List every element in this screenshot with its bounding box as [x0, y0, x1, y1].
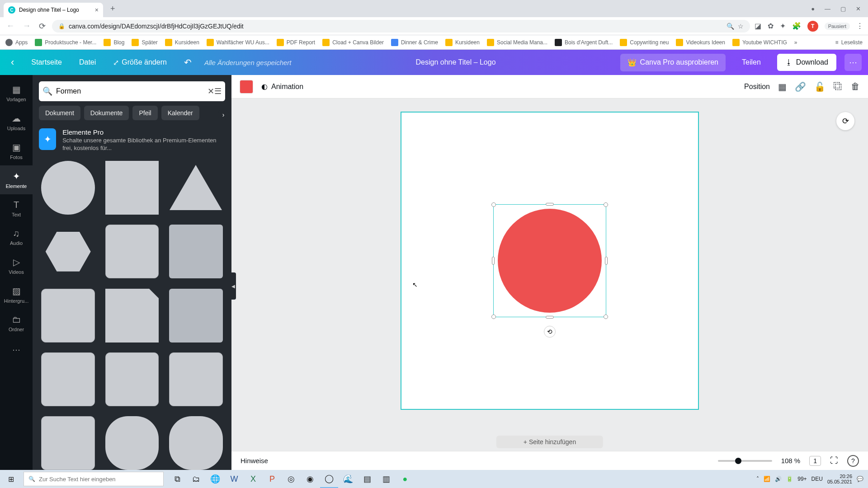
stage[interactable]: ⟲ ⟳ + Seite hinzufügen ↖	[231, 99, 868, 451]
shape-folded-corner[interactable]	[103, 286, 161, 344]
more-menu-icon[interactable]: ⋯	[844, 54, 862, 71]
shape-hexagon[interactable]	[39, 222, 97, 281]
shape-pill[interactable]	[103, 414, 161, 470]
bookmark-item[interactable]: Kursideen	[445, 39, 480, 46]
search-input[interactable]	[52, 87, 208, 95]
resize-handle-tr[interactable]	[604, 202, 608, 207]
obs-icon[interactable]: ◉	[301, 470, 319, 488]
nav-background[interactable]: ▨Hintergru...	[0, 280, 33, 309]
notepad-icon[interactable]: ▥	[377, 470, 395, 488]
selection-box[interactable]: ⟲	[493, 204, 606, 317]
zoom-value[interactable]: 108 %	[781, 457, 801, 465]
add-page-button[interactable]: + Seite hinzufügen	[496, 436, 603, 448]
shape-rounded-square-2[interactable]	[167, 222, 225, 281]
zoom-slider[interactable]	[718, 460, 772, 462]
shape-circle[interactable]	[39, 159, 97, 217]
bookmark-item[interactable]: Copywriting neu	[620, 39, 669, 46]
zoom-indicator-icon[interactable]: 🔍	[726, 23, 734, 30]
shape-card-4[interactable]	[103, 350, 161, 408]
maximize-icon[interactable]: ▢	[840, 5, 846, 12]
new-tab-button[interactable]: +	[107, 4, 119, 14]
fullscreen-icon[interactable]: ⛶	[830, 456, 838, 465]
shape-square[interactable]	[103, 159, 161, 217]
keyboard-lang[interactable]: DEU	[811, 476, 823, 482]
clear-search-icon[interactable]: ✕	[208, 86, 214, 96]
page-indicator[interactable]: 1	[809, 456, 821, 466]
download-button[interactable]: ⭳Download	[777, 54, 836, 71]
shape-card-5[interactable]	[167, 350, 225, 408]
shape-card-2[interactable]	[167, 286, 225, 344]
back-home-icon[interactable]: ‹	[6, 54, 19, 71]
nav-uploads[interactable]: ☁Uploads	[0, 108, 33, 136]
animation-button[interactable]: ◐Animation	[261, 82, 303, 91]
wifi-icon[interactable]: 📶	[764, 476, 770, 482]
share-button[interactable]: Teilen	[734, 54, 769, 71]
chip-pfeil[interactable]: Pfeil	[132, 106, 157, 120]
nav-templates[interactable]: ▦Vorlagen	[0, 79, 33, 108]
app-icon[interactable]: ◎	[282, 470, 300, 488]
nav-more-icon[interactable]: ⋯	[0, 339, 33, 360]
shape-rounded-square[interactable]	[103, 222, 161, 281]
zoom-slider-knob[interactable]	[735, 458, 741, 464]
nav-folders[interactable]: 🗀Ordner	[0, 309, 33, 338]
bookmark-item[interactable]: Später	[132, 39, 157, 46]
bookmark-item[interactable]: PDF Report	[277, 39, 315, 46]
forward-icon[interactable]: →	[21, 19, 33, 33]
profile-avatar[interactable]: T	[807, 21, 818, 32]
position-button[interactable]: Position	[744, 83, 770, 91]
help-icon[interactable]: ?	[847, 455, 859, 467]
excel-icon[interactable]: X	[244, 470, 262, 488]
file-menu[interactable]: Datei	[75, 56, 100, 69]
shape-card[interactable]	[39, 286, 97, 344]
resize-handle-tl[interactable]	[491, 202, 496, 207]
shape-pill-2[interactable]	[167, 414, 225, 470]
start-button[interactable]: ⊞	[0, 475, 22, 483]
shape-card-3[interactable]	[39, 350, 97, 408]
reading-list[interactable]: ≡Leseliste	[835, 39, 863, 46]
filter-icon[interactable]: ☰	[214, 86, 222, 96]
tray-up-icon[interactable]: ˄	[756, 476, 759, 482]
powerpoint-icon[interactable]: P	[263, 470, 281, 488]
fill-color-swatch[interactable]	[240, 80, 253, 94]
bookmark-item[interactable]: Produktsuche - Mer...	[35, 39, 96, 46]
resize-handle-br[interactable]	[604, 314, 608, 319]
action-center-icon[interactable]: 💬	[857, 476, 863, 482]
url-bar[interactable]: 🔒 canva.com/design/DAEdomzscjI/drBfjHdCo…	[52, 20, 750, 33]
ext2-icon[interactable]: ✿	[768, 22, 774, 30]
bookmark-item[interactable]: Youtube WICHTIG	[732, 39, 787, 46]
chip-kalender[interactable]: Kalender	[161, 106, 199, 120]
rotate-handle-icon[interactable]: ⟲	[544, 326, 556, 338]
lock-icon[interactable]: 🔓	[814, 81, 826, 92]
apps-bookmark[interactable]: Apps	[5, 39, 28, 46]
back-icon[interactable]: ←	[5, 19, 16, 33]
chip-dokument[interactable]: Dokument	[39, 106, 80, 120]
duplicate-icon[interactable]: ⿻	[834, 81, 843, 92]
design-title[interactable]: Design ohne Titel – Logo	[412, 56, 500, 68]
chips-scroll-right-icon[interactable]: ›	[218, 109, 229, 120]
tray-notif-badge[interactable]: 99+	[797, 476, 807, 482]
spotify-icon[interactable]: ●	[396, 470, 414, 488]
nav-elements[interactable]: ✦Elemente	[0, 165, 33, 194]
bookmark-item[interactable]: Kursideen	[165, 39, 199, 46]
bookmark-item[interactable]: Dinner & Crime	[391, 39, 438, 46]
nav-text[interactable]: TText	[0, 194, 33, 223]
task-view-icon[interactable]: ⧉	[168, 470, 186, 488]
hints-button[interactable]: Hinweise	[241, 457, 268, 465]
resize-handle-bm[interactable]	[546, 316, 554, 319]
nav-videos[interactable]: ▷Videos	[0, 251, 33, 280]
resize-button[interactable]: ⤢Größe ändern	[108, 56, 171, 70]
volume-icon[interactable]: 🔊	[775, 476, 782, 482]
close-window-icon[interactable]: ✕	[856, 5, 861, 12]
link-icon[interactable]: 🔗	[795, 81, 806, 92]
windows-search-input[interactable]	[39, 476, 159, 483]
sync-paused-badge[interactable]: Pausiert	[825, 23, 850, 30]
shape-red-circle[interactable]	[498, 209, 602, 313]
browser-tab[interactable]: C Design ohne Titel – Logo ×	[4, 3, 103, 17]
minimize-icon[interactable]: —	[825, 5, 830, 12]
bookmark-item[interactable]: Blog	[104, 39, 124, 46]
bookmark-item[interactable]: Wahlfächer WU Aus...	[207, 39, 269, 46]
chip-dokumente[interactable]: Dokumente	[84, 106, 129, 120]
app2-icon[interactable]: ▤	[358, 470, 376, 488]
chrome-icon[interactable]: ◯	[320, 470, 338, 488]
home-button[interactable]: Startseite	[27, 56, 66, 69]
